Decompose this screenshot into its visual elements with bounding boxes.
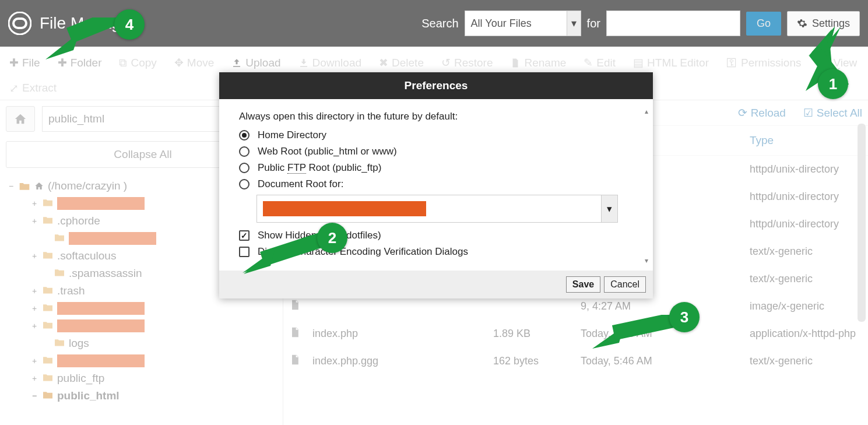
upload-button[interactable]: Upload bbox=[228, 51, 284, 75]
tree-item[interactable]: +public_ftp bbox=[7, 370, 283, 387]
radio-icon bbox=[239, 146, 249, 157]
home-button[interactable] bbox=[6, 106, 35, 132]
file-name: index.php bbox=[312, 328, 358, 340]
radio-icon bbox=[239, 163, 249, 173]
file-type: httpd/unix-directory bbox=[750, 163, 862, 175]
scroll-indicator-icon: ▴ bbox=[645, 107, 648, 115]
tree-root-label: (/home/crazyin ) bbox=[48, 180, 127, 192]
expand-icon[interactable]: + bbox=[30, 356, 38, 366]
edit-button[interactable]: ✎Edit bbox=[580, 51, 619, 75]
tree-item-label: .cphorde bbox=[57, 215, 100, 227]
collapse-icon[interactable]: − bbox=[30, 391, 38, 401]
redacted-label bbox=[57, 354, 145, 367]
redacted-label bbox=[57, 302, 145, 315]
folder-icon bbox=[54, 337, 65, 350]
tree-item-label: .spamassassin bbox=[69, 267, 142, 280]
home-icon bbox=[34, 181, 44, 191]
file-type: text/x-generic bbox=[750, 245, 862, 258]
move-icon: ✥ bbox=[174, 56, 184, 69]
extract-button[interactable]: ⤢Extract bbox=[6, 77, 60, 100]
file-type: httpd/unix-directory bbox=[750, 218, 862, 230]
search-input[interactable] bbox=[606, 10, 740, 36]
delete-button[interactable]: ✖Delete bbox=[375, 51, 427, 75]
select-all-button[interactable]: ☑Select All bbox=[803, 106, 862, 120]
expand-icon[interactable]: + bbox=[30, 321, 38, 331]
save-button[interactable]: Save bbox=[566, 276, 600, 293]
radio-home-directory[interactable]: Home Directory bbox=[239, 129, 633, 141]
annotation-badge-3: 3 bbox=[669, 302, 700, 332]
download-button[interactable]: Download bbox=[295, 51, 366, 75]
expand-icon[interactable]: + bbox=[30, 251, 38, 261]
tree-item[interactable]: −public_html bbox=[7, 387, 283, 405]
folder-icon bbox=[42, 284, 54, 297]
file-type: image/x-generic bbox=[750, 300, 862, 312]
annotation-badge-2: 2 bbox=[317, 223, 347, 253]
html-icon: ▤ bbox=[633, 56, 644, 69]
checkbox-icon: ☑ bbox=[803, 106, 813, 120]
folder-icon bbox=[42, 302, 54, 315]
expand-icon[interactable]: + bbox=[30, 286, 38, 296]
reload-button[interactable]: ⟳Reload bbox=[738, 106, 786, 120]
table-row[interactable]: index.php1.89 KBToday, 5:53 AMapplicatio… bbox=[283, 320, 868, 347]
upload-icon bbox=[231, 58, 242, 68]
redacted-label bbox=[57, 319, 145, 332]
radio-icon bbox=[239, 179, 249, 189]
tree-item[interactable]: + bbox=[7, 352, 283, 370]
expand-icon[interactable]: + bbox=[30, 304, 38, 313]
collapse-icon: − bbox=[7, 181, 15, 191]
file-type: httpd/unix-directory bbox=[750, 191, 862, 203]
chevron-down-icon: ▾ bbox=[567, 11, 581, 36]
col-type[interactable]: Type bbox=[750, 134, 862, 147]
rename-button[interactable]: Rename bbox=[507, 51, 570, 75]
redacted-label bbox=[69, 232, 156, 245]
folder-open-icon bbox=[19, 181, 30, 191]
file-icon bbox=[289, 353, 303, 369]
folder-icon bbox=[54, 267, 65, 280]
tree-item-label: public_ftp bbox=[57, 372, 104, 385]
go-button[interactable]: Go bbox=[746, 12, 781, 36]
scrollbar[interactable] bbox=[858, 124, 866, 322]
tree-item-label: public_html bbox=[57, 389, 120, 402]
table-row[interactable]: index.php.ggg162 bytesToday, 5:46 AMtext… bbox=[283, 347, 868, 375]
dialog-lead: Always open this directory in the future… bbox=[239, 111, 633, 122]
radio-public-ftp[interactable]: Public FTP Root (public_ftp) bbox=[239, 162, 633, 174]
expand-icon[interactable]: + bbox=[30, 374, 38, 383]
scroll-indicator-icon: ▾ bbox=[645, 257, 648, 265]
close-icon: ✖ bbox=[379, 56, 388, 69]
search-scope-select[interactable]: All Your Files ▾ bbox=[465, 10, 581, 36]
redacted-domain bbox=[263, 201, 426, 216]
cpanel-logo-icon bbox=[8, 12, 31, 35]
radio-document-root[interactable]: Document Root for: bbox=[239, 178, 633, 190]
tree-item-label: .trash bbox=[57, 284, 85, 297]
file-name: index.php.ggg bbox=[312, 355, 378, 367]
file-modified: 9, 4:27 AM bbox=[581, 300, 750, 312]
download-icon bbox=[298, 58, 309, 68]
tree-item[interactable]: + bbox=[7, 317, 283, 335]
tree-item[interactable]: logs bbox=[7, 335, 283, 352]
new-file-button[interactable]: ✚File bbox=[6, 51, 44, 75]
extract-icon: ⤢ bbox=[9, 82, 19, 95]
cancel-button[interactable]: Cancel bbox=[604, 276, 646, 293]
restore-button[interactable]: ↺Restore bbox=[438, 51, 497, 75]
folder-icon bbox=[42, 389, 54, 402]
html-editor-button[interactable]: ▤HTML Editor bbox=[630, 51, 712, 75]
document-root-select[interactable]: ▾ bbox=[256, 195, 618, 223]
file-icon bbox=[289, 326, 303, 342]
file-size: 1.89 KB bbox=[493, 328, 581, 340]
reload-icon: ⟳ bbox=[738, 106, 747, 120]
home-icon bbox=[14, 113, 27, 125]
expand-icon[interactable]: + bbox=[30, 199, 38, 208]
file-icon bbox=[510, 58, 521, 68]
tree-item[interactable]: + bbox=[7, 300, 283, 317]
search-scope-value: All Your Files bbox=[471, 17, 532, 30]
restore-icon: ↺ bbox=[441, 56, 451, 69]
file-size: 162 bytes bbox=[493, 355, 581, 367]
annotation-badge-1: 1 bbox=[818, 69, 848, 99]
folder-icon bbox=[42, 372, 54, 385]
folder-icon bbox=[42, 250, 54, 262]
file-type: text/x-generic bbox=[750, 355, 862, 367]
radio-web-root[interactable]: Web Root (public_html or www) bbox=[239, 146, 633, 157]
move-button[interactable]: ✥Move bbox=[171, 51, 217, 75]
expand-icon[interactable]: + bbox=[30, 216, 38, 226]
for-label: for bbox=[587, 17, 600, 30]
